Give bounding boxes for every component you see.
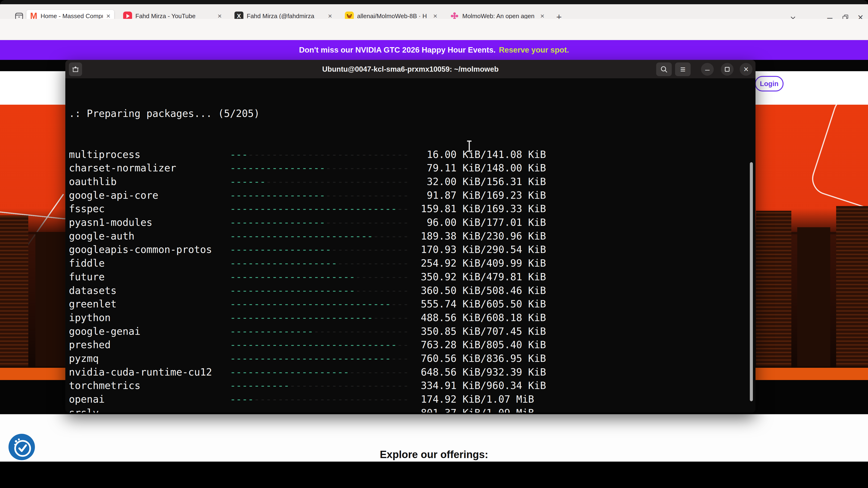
package-row: datasets ------------------------------ … <box>69 284 750 297</box>
package-name: fiddle <box>69 257 230 269</box>
progress-bar-filled: ------ <box>230 176 266 187</box>
screen: M Home - Massed Compute × Fahd Mirza - Y… <box>0 0 868 488</box>
browser-tab-bar: M Home - Massed Compute × Fahd Mirza - Y… <box>0 4 868 19</box>
terminal-minimize-button[interactable]: – <box>701 63 714 76</box>
progress-bar-filled: ----------------- <box>230 244 331 255</box>
browser-address-bar: ← → https://massedcompute.com ☆ <box>0 19 868 40</box>
terminal-scrollbar[interactable] <box>750 162 753 401</box>
terminal-maximize-button[interactable] <box>721 63 734 76</box>
package-name: preshed <box>69 339 230 351</box>
package-row: torchmetrics ---------------------------… <box>69 379 750 393</box>
tab-title: Fahd Mirza (@fahdmirza <box>247 12 324 20</box>
tab-close-icon[interactable]: × <box>433 12 437 20</box>
progress-bar-remaining: --------- <box>355 285 409 296</box>
package-name: googleapis-common-protos <box>69 244 230 255</box>
terminal-title: Ubuntu@0047-kcl-sma6-prxmx10059: ~/molmo… <box>65 65 755 73</box>
package-size: 189.38 KiB/230.96 KiB <box>409 230 546 242</box>
progress-bar-filled: --------------------- <box>230 271 355 283</box>
terminal-search-button[interactable] <box>656 63 672 76</box>
package-row: greenlet ------------------------------ … <box>69 297 750 311</box>
package-row: ipython ------------------------------ 4… <box>69 311 750 325</box>
terminal-titlebar[interactable]: Ubuntu@0047-kcl-sma6-prxmx10059: ~/molmo… <box>65 60 755 78</box>
terminal-window: Ubuntu@0047-kcl-sma6-prxmx10059: ~/molmo… <box>65 60 755 413</box>
progress-bar-filled: -------------- <box>230 326 313 337</box>
banner-reserve-link[interactable]: Reserve your spot. <box>499 45 569 55</box>
package-name: ipython <box>69 312 230 323</box>
progress-bar-remaining: --------------------------- <box>248 149 409 160</box>
package-row: openai ------------------------------ 17… <box>69 393 750 406</box>
building <box>797 227 830 378</box>
package-name: future <box>69 271 230 283</box>
package-row: fiddle ------------------------------ 25… <box>69 257 750 270</box>
package-size: 763.28 KiB/805.40 KiB <box>409 339 546 351</box>
package-row: google-auth ----------------------------… <box>69 229 750 243</box>
progress-bar-filled: --------------------------- <box>230 353 391 364</box>
package-name: srsly <box>69 407 230 413</box>
progress-bar-remaining: ------------- <box>331 244 409 255</box>
progress-bar-filled: ------------------ <box>230 257 337 269</box>
package-name: fsspec <box>69 203 230 215</box>
package-name: oauthlib <box>69 176 230 187</box>
progress-bar-remaining: -- <box>397 203 409 215</box>
tab-title: allenai/MolmoWeb-8B · H <box>357 12 430 20</box>
progress-bar-filled: ------------------------ <box>230 312 373 323</box>
package-name: google-genai <box>69 326 230 337</box>
package-row: pyasn1-modules -------------------------… <box>69 216 750 229</box>
package-size: 350.85 KiB/707.45 KiB <box>409 326 546 337</box>
package-row: googleapis-common-protos ---------------… <box>69 243 750 257</box>
package-name: google-api-core <box>69 190 230 201</box>
progress-bar-remaining: -- <box>397 339 409 351</box>
tab-close-icon[interactable]: × <box>106 12 111 20</box>
login-button[interactable]: Login <box>755 76 783 92</box>
package-name: charset-normalizer <box>69 162 230 174</box>
package-name: openai <box>69 393 230 405</box>
package-size: 174.92 KiB/1.07 MiB <box>409 393 534 405</box>
building <box>35 232 66 378</box>
progress-bar-remaining: --------- <box>355 407 409 413</box>
package-name: pyzmq <box>69 353 230 364</box>
package-size: 360.50 KiB/508.46 KiB <box>409 285 546 296</box>
terminal-status-line: .: Preparing packages... (5/205) <box>69 107 750 121</box>
offerings-heading: Explore our offerings: <box>0 449 868 460</box>
terminal-menu-button[interactable]: ≡ <box>675 63 691 76</box>
tab-title: Home - Massed Compute <box>40 12 103 20</box>
progress-bar-remaining: -------------------------- <box>254 393 409 405</box>
building <box>836 206 868 378</box>
package-size: 555.74 KiB/605.50 KiB <box>409 298 546 310</box>
tab-close-icon[interactable]: × <box>217 12 222 20</box>
terminal-close-button[interactable]: × <box>740 63 752 76</box>
tab-close-icon[interactable]: × <box>540 12 545 20</box>
tab-close-icon[interactable]: × <box>328 12 332 20</box>
progress-bar-remaining: -------------- <box>325 217 409 228</box>
package-row: future ------------------------------ 35… <box>69 270 750 284</box>
progress-bar-filled: --- <box>230 149 248 160</box>
package-size: 159.81 KiB/169.33 KiB <box>409 203 546 215</box>
package-name: pyasn1-modules <box>69 217 230 228</box>
package-size: 96.00 KiB/177.01 KiB <box>409 217 546 228</box>
progress-bar-filled: --------------------- <box>230 285 355 296</box>
progress-bar-filled: --------------------------- <box>230 298 391 310</box>
package-size: 350.92 KiB/479.81 KiB <box>409 271 546 283</box>
package-size: 16.00 KiB/141.08 KiB <box>409 149 546 160</box>
building <box>756 211 791 378</box>
package-row: preshed ------------------------------ 7… <box>69 338 750 352</box>
package-name: greenlet <box>69 298 230 310</box>
progress-bar-remaining: --- <box>391 353 409 364</box>
package-size: 801.37 KiB/1.09 MiB <box>409 407 534 413</box>
package-size: 648.56 KiB/932.39 KiB <box>409 366 546 378</box>
progress-bar-remaining: ------------------------ <box>266 176 409 187</box>
package-size: 79.11 KiB/148.00 KiB <box>409 162 546 174</box>
package-row: pyzmq ------------------------------ 760… <box>69 352 750 365</box>
text-cursor-ibeam <box>467 140 472 152</box>
progress-bar-filled: -------------------- <box>230 366 349 378</box>
package-name: nvidia-cuda-runtime-cu12 <box>69 366 230 378</box>
package-size: 91.87 KiB/169.23 KiB <box>409 190 546 201</box>
package-name: torchmetrics <box>69 380 230 391</box>
progress-bar-filled: ---- <box>230 393 254 405</box>
building <box>0 216 28 378</box>
package-row: oauthlib ------------------------------ … <box>69 175 750 189</box>
package-name: datasets <box>69 285 230 296</box>
progress-bar-filled: --------------------- <box>230 407 355 413</box>
package-row: charset-normalizer ---------------------… <box>69 161 750 175</box>
package-name: multiprocess <box>69 149 230 160</box>
